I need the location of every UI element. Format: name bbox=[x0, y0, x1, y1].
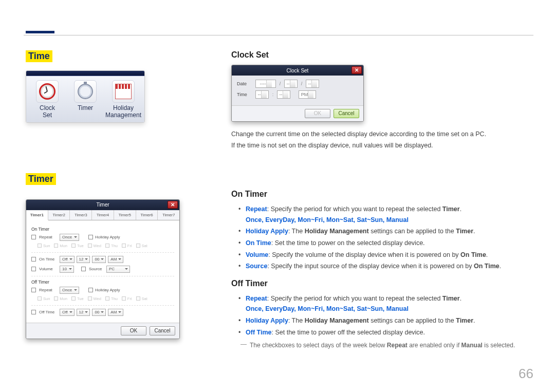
repeat-select[interactable]: Once bbox=[60, 234, 79, 241]
timer-dialog: Timer ✕ Timer1 Timer2 Timer3 Timer4 Time… bbox=[26, 199, 180, 339]
time-card-label: Timer bbox=[66, 105, 104, 112]
day-checkbox[interactable] bbox=[71, 296, 76, 301]
day-checkbox[interactable] bbox=[136, 244, 140, 248]
dialog-title-text: Clock Set bbox=[287, 68, 309, 73]
day-label: Tue bbox=[77, 244, 84, 248]
volume-select[interactable]: 10 bbox=[60, 266, 74, 273]
holiday-apply-label: Holiday Apply bbox=[95, 235, 120, 239]
day-checkbox[interactable] bbox=[105, 296, 109, 301]
day-label: Sun bbox=[43, 244, 50, 248]
tab-timer2[interactable]: Timer2 bbox=[48, 210, 70, 220]
day-checkbox[interactable] bbox=[105, 244, 109, 248]
dialog-titlebar[interactable]: Clock Set ✕ bbox=[232, 65, 363, 76]
cancel-button[interactable]: Cancel bbox=[150, 326, 175, 335]
off-time-min-select[interactable]: 00 bbox=[92, 309, 106, 316]
off-time-enabled-select[interactable]: Off bbox=[60, 309, 75, 316]
day-label: Sat bbox=[142, 244, 147, 248]
day-checkbox[interactable] bbox=[54, 244, 58, 248]
close-icon[interactable]: ✕ bbox=[351, 66, 362, 74]
date-year-spinner[interactable]: ---- bbox=[255, 80, 276, 88]
on-timer-section-label: On Timer bbox=[31, 227, 174, 232]
dialog-titlebar[interactable]: Timer ✕ bbox=[26, 200, 179, 210]
time-ampm-spinner[interactable]: PM bbox=[299, 90, 316, 99]
keyword-holiday-apply: Holiday Apply bbox=[246, 317, 288, 324]
volume-checkbox[interactable] bbox=[31, 267, 36, 271]
on-timer-days: Sun Mon Tue Wed Thu Fri Sat bbox=[38, 244, 174, 248]
heading-clock-set: Clock Set bbox=[231, 50, 533, 60]
list-item: On Time: Set the time to power on the se… bbox=[231, 238, 533, 249]
repeat-label: Repeat bbox=[38, 235, 58, 239]
day-checkbox[interactable] bbox=[122, 244, 126, 248]
holiday-apply-checkbox[interactable] bbox=[88, 235, 93, 239]
off-time-label: Off Time bbox=[38, 310, 58, 314]
tab-timer1[interactable]: Timer1 bbox=[26, 210, 48, 220]
day-label: Sun bbox=[43, 296, 50, 301]
off-repeat-select[interactable]: Once bbox=[60, 287, 79, 294]
time-hour-spinner[interactable]: -- bbox=[255, 90, 269, 99]
time-card-item-clock-set[interactable]: Clock Set bbox=[28, 79, 66, 120]
tab-timer5[interactable]: Timer5 bbox=[114, 210, 136, 220]
day-label: Tue bbox=[77, 296, 84, 301]
dialog-title-text: Timer bbox=[96, 202, 109, 208]
off-time-hour-select[interactable]: 12 bbox=[77, 309, 90, 316]
date-separator: / bbox=[278, 81, 282, 86]
tab-timer3[interactable]: Timer3 bbox=[70, 210, 92, 220]
date-month-spinner[interactable]: -- bbox=[284, 80, 298, 88]
off-repeat-checkbox[interactable] bbox=[31, 288, 36, 292]
clock-set-desc-2: If the time is not set on the display de… bbox=[231, 140, 533, 151]
on-time-min-select[interactable]: 00 bbox=[92, 256, 106, 263]
keyword-repeat: Repeat bbox=[246, 295, 267, 302]
day-label: Wed bbox=[94, 244, 101, 248]
ok-button[interactable]: OK bbox=[121, 326, 146, 335]
date-separator: / bbox=[300, 81, 304, 86]
date-day-spinner[interactable]: -- bbox=[306, 80, 319, 88]
on-time-ampm-select[interactable]: AM bbox=[108, 256, 123, 263]
day-checkbox[interactable] bbox=[88, 244, 92, 248]
close-icon[interactable]: ✕ bbox=[168, 201, 178, 209]
volume-label: Volume bbox=[38, 267, 58, 271]
time-separator: : bbox=[271, 92, 275, 97]
on-time-checkbox[interactable] bbox=[31, 257, 36, 262]
calendar-icon bbox=[112, 80, 135, 103]
source-checkbox[interactable] bbox=[81, 267, 86, 271]
day-label: Wed bbox=[94, 296, 101, 301]
off-holiday-apply-checkbox[interactable] bbox=[88, 288, 93, 292]
day-label: Thu bbox=[111, 244, 118, 248]
keyword-source: Source bbox=[246, 263, 267, 270]
off-timer-list: Repeat: Specify the period for which you… bbox=[231, 293, 533, 338]
page-rule bbox=[24, 35, 533, 35]
tab-timer7[interactable]: Timer7 bbox=[158, 210, 179, 220]
on-time-enabled-select[interactable]: Off bbox=[60, 256, 75, 263]
tab-timer6[interactable]: Timer6 bbox=[136, 210, 158, 220]
day-checkbox[interactable] bbox=[71, 244, 76, 248]
ok-button[interactable]: OK bbox=[305, 109, 330, 118]
day-label: Fri bbox=[127, 296, 132, 301]
day-label: Sat bbox=[142, 296, 147, 301]
day-checkbox[interactable] bbox=[88, 296, 92, 301]
on-time-hour-select[interactable]: 12 bbox=[77, 256, 90, 263]
timer-tabs: Timer1 Timer2 Timer3 Timer4 Timer5 Timer… bbox=[26, 210, 179, 220]
off-time-checkbox[interactable] bbox=[31, 310, 36, 314]
day-checkbox[interactable] bbox=[38, 296, 42, 301]
day-checkbox[interactable] bbox=[38, 244, 42, 248]
off-timer-section-label: Off Timer bbox=[31, 279, 174, 285]
time-card-label: Clock Set bbox=[28, 105, 66, 119]
tab-timer4[interactable]: Timer4 bbox=[92, 210, 114, 220]
list-item: Holiday Apply: The Holiday Management se… bbox=[231, 315, 533, 326]
off-repeat-label: Repeat bbox=[38, 288, 58, 292]
day-checkbox[interactable] bbox=[122, 296, 126, 301]
repeat-checkbox[interactable] bbox=[31, 235, 36, 239]
time-card-item-holiday[interactable]: Holiday Management bbox=[104, 79, 142, 120]
date-label: Date bbox=[237, 81, 253, 86]
day-checkbox[interactable] bbox=[136, 296, 140, 301]
time-min-spinner[interactable]: -- bbox=[277, 90, 290, 99]
section-heading-time: Time bbox=[26, 50, 52, 62]
time-menu-card: Clock Set Timer Holiday Management bbox=[26, 70, 145, 123]
day-checkbox[interactable] bbox=[54, 296, 58, 301]
cancel-button[interactable]: Cancel bbox=[334, 109, 359, 118]
off-time-ampm-select[interactable]: AM bbox=[108, 309, 123, 316]
on-timer-list: Repeat: Specify the period for which you… bbox=[231, 204, 533, 272]
source-select[interactable]: PC bbox=[106, 266, 130, 273]
time-card-item-timer[interactable]: Timer bbox=[66, 79, 104, 120]
keyword-on-time: On Time bbox=[246, 239, 271, 247]
